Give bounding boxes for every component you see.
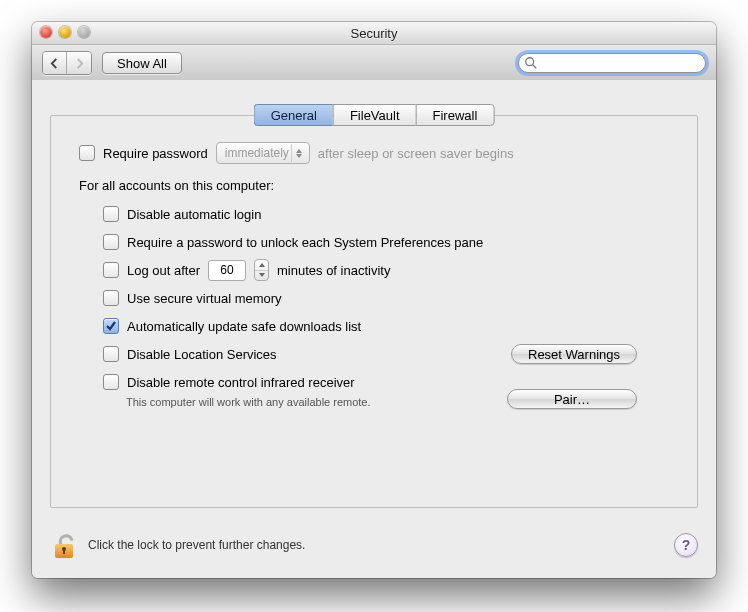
log-out-after-checkbox[interactable] <box>103 262 119 278</box>
accounts-options: Disable automatic login Require a passwo… <box>79 203 669 409</box>
security-window: Security Show All <box>32 22 716 578</box>
require-password-delay-popup[interactable]: immediately <box>216 142 310 164</box>
log-out-minutes-stepper[interactable] <box>254 259 269 281</box>
window-title: Security <box>351 26 398 41</box>
auto-update-safe-checkbox[interactable] <box>103 318 119 334</box>
chevron-right-icon <box>75 58 84 69</box>
search-icon <box>524 56 538 70</box>
secure-vm-checkbox[interactable] <box>103 290 119 306</box>
lock-text: Click the lock to prevent further change… <box>88 538 305 552</box>
minimize-icon[interactable] <box>59 26 71 38</box>
tab-firewall[interactable]: Firewall <box>416 104 495 126</box>
require-pw-prefs-checkbox[interactable] <box>103 234 119 250</box>
disable-auto-login-label: Disable automatic login <box>127 207 261 222</box>
tab-filevault[interactable]: FileVault <box>333 104 416 126</box>
show-all-button[interactable]: Show All <box>102 52 182 74</box>
svg-line-1 <box>533 65 537 69</box>
pair-button[interactable]: Pair… <box>507 389 637 409</box>
svg-rect-4 <box>63 549 65 554</box>
auto-update-safe-label: Automatically update safe downloads list <box>127 319 361 334</box>
accounts-section-label: For all accounts on this computer: <box>79 178 669 193</box>
general-pane: Require password immediately after sleep… <box>50 115 698 508</box>
search-field-wrap <box>518 53 706 73</box>
require-password-suffix: after sleep or screen saver begins <box>318 146 514 161</box>
chevron-left-icon <box>50 58 59 69</box>
reset-warnings-button[interactable]: Reset Warnings <box>511 344 637 364</box>
disable-location-row: Disable Location Services Reset Warnings <box>103 343 669 365</box>
back-button[interactable] <box>43 52 67 74</box>
disable-location-checkbox[interactable] <box>103 346 119 362</box>
disable-auto-login-row: Disable automatic login <box>103 203 669 225</box>
require-password-checkbox[interactable] <box>79 145 95 161</box>
checkmark-icon <box>105 320 117 332</box>
lock-icon[interactable] <box>50 530 78 560</box>
zoom-icon[interactable] <box>78 26 90 38</box>
log-out-after-row: Log out after 60 minutes of inactivity <box>103 259 669 281</box>
require-password-row: Require password immediately after sleep… <box>79 142 669 164</box>
svg-point-0 <box>526 58 534 66</box>
disable-auto-login-checkbox[interactable] <box>103 206 119 222</box>
ir-note: This computer will work with any availab… <box>103 395 386 409</box>
nav-back-forward <box>42 51 92 75</box>
auto-update-safe-row: Automatically update safe downloads list <box>103 315 669 337</box>
disable-ir-checkbox[interactable] <box>103 374 119 390</box>
footer: Click the lock to prevent further change… <box>50 530 698 560</box>
require-password-delay-value: immediately <box>225 146 289 160</box>
log-out-minutes-field[interactable]: 60 <box>208 260 246 281</box>
require-pw-prefs-label: Require a password to unlock each System… <box>127 235 483 250</box>
tabbar: General FileVault Firewall <box>254 104 495 126</box>
secure-vm-row: Use secure virtual memory <box>103 287 669 309</box>
log-out-after-label-after: minutes of inactivity <box>277 263 390 278</box>
content: General FileVault Firewall Require passw… <box>32 80 716 578</box>
toolbar: Show All <box>32 45 716 82</box>
titlebar: Security <box>32 22 716 45</box>
forward-button[interactable] <box>67 52 91 74</box>
tab-general[interactable]: General <box>254 104 333 126</box>
help-button[interactable]: ? <box>674 533 698 557</box>
secure-vm-label: Use secure virtual memory <box>127 291 282 306</box>
require-password-label: Require password <box>103 146 208 161</box>
log-out-after-label-before: Log out after <box>127 263 200 278</box>
disable-ir-label: Disable remote control infrared receiver <box>127 375 355 390</box>
close-icon[interactable] <box>40 26 52 38</box>
disable-location-label: Disable Location Services <box>127 347 277 362</box>
require-pw-prefs-row: Require a password to unlock each System… <box>103 231 669 253</box>
search-input[interactable] <box>518 53 706 73</box>
